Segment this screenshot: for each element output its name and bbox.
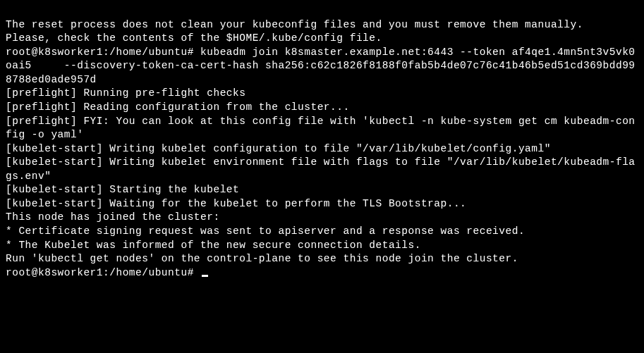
output-line: [preflight] FYI: You can look at this co… bbox=[6, 115, 638, 142]
terminal-output[interactable]: The reset process does not clean your ku… bbox=[6, 4, 638, 280]
output-line: This node has joined the cluster: bbox=[6, 211, 638, 225]
output-line: [kubelet-start] Writing kubelet configur… bbox=[6, 142, 638, 156]
output-line: Please, check the contents of the $HOME/… bbox=[6, 32, 638, 46]
output-line: The reset process does not clean your ku… bbox=[6, 18, 638, 32]
output-line: * The Kubelet was informed of the new se… bbox=[6, 239, 638, 253]
output-line: [kubelet-start] Waiting for the kubelet … bbox=[6, 197, 638, 211]
shell-prompt[interactable]: root@k8sworker1:/home/ubuntu# bbox=[6, 267, 208, 278]
output-line: [preflight] Running pre-flight checks bbox=[6, 87, 638, 101]
output-line: [kubelet-start] Writing kubelet environm… bbox=[6, 156, 638, 183]
output-line: root@k8sworker1:/home/ubuntu# kubeadm jo… bbox=[6, 46, 638, 87]
cursor-icon bbox=[202, 275, 208, 277]
output-line: [preflight] Reading configuration from t… bbox=[6, 101, 638, 115]
output-line: Run 'kubectl get nodes' on the control-p… bbox=[6, 252, 638, 266]
output-line: [kubelet-start] Starting the kubelet bbox=[6, 183, 638, 197]
output-line: * Certificate signing request was sent t… bbox=[6, 225, 638, 239]
prompt-text: root@k8sworker1:/home/ubuntu# bbox=[6, 267, 200, 278]
